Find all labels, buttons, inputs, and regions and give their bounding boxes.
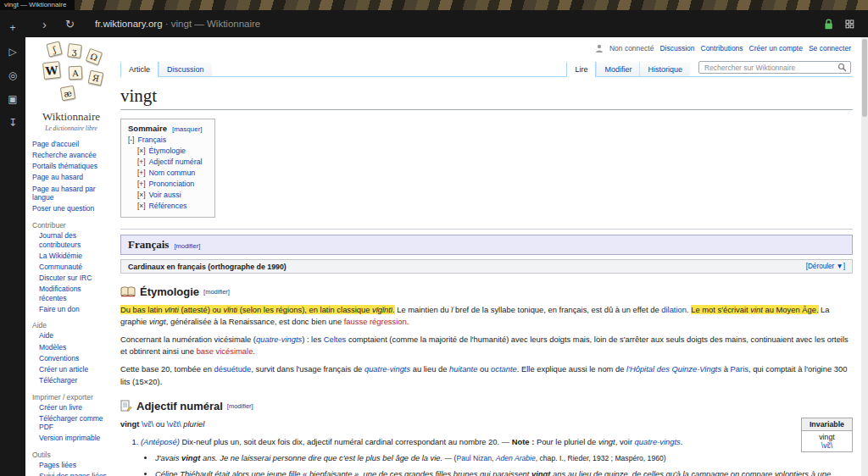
forward-icon[interactable]: › [42, 18, 47, 30]
inline-link[interactable]: quatre-vingts [635, 437, 681, 446]
sidebar-link[interactable]: Pages liées [39, 461, 110, 470]
inline-link[interactable]: dilation [661, 305, 687, 314]
toc-link-etymologie[interactable]: Étymologie [148, 147, 186, 155]
sidebar-link[interactable]: Page au hasard par langue [32, 185, 110, 202]
sidebar-link[interactable]: Version imprimable [39, 434, 110, 443]
text-segment: Cette base 20, tombée en [120, 364, 214, 374]
toc-link-references[interactable]: Références [148, 202, 186, 210]
toc-toggle-icon[interactable]: [+] [137, 169, 145, 177]
sidebar-link[interactable]: Page d'accueil [32, 140, 110, 149]
capture-icon[interactable]: ◎ [8, 69, 17, 81]
toc-hide-toggle[interactable]: [masquer] [172, 125, 203, 133]
sidebar-link[interactable]: Poser une question [32, 204, 110, 213]
url-bar[interactable]: fr.wiktionary.org · vingt — Wiktionnaire [95, 19, 260, 29]
section-title: Adjectif numéral [136, 400, 223, 412]
extensions-grid-icon[interactable] [845, 19, 854, 29]
inline-link[interactable]: Celtes [324, 335, 347, 344]
toc-toggle-icon[interactable]: [×] [137, 202, 145, 210]
lock-icon[interactable] [824, 19, 833, 30]
inline-link[interactable]: (Antéposé) [141, 437, 180, 446]
sidebar-heading: Aide [32, 321, 110, 329]
downloads-icon[interactable]: ↧ [8, 117, 17, 129]
inline-link[interactable]: fausse régression [344, 317, 407, 326]
personal-link-discussion[interactable]: Discussion [659, 44, 694, 53]
edit-section-link[interactable]: [modifier] [203, 288, 230, 296]
sidebar-link[interactable]: Créer un livre [39, 403, 110, 412]
search-box[interactable] [698, 61, 851, 74]
sidebar-link[interactable]: Créer un article [39, 365, 110, 374]
toc-link-nom-commun[interactable]: Nom commun [148, 169, 195, 177]
inline-link[interactable]: \vɛ̃\ [142, 419, 153, 429]
inline-link[interactable]: base vicésimale [197, 346, 253, 356]
wiktionary-logo[interactable]: ʃ ʒ Ω W A Я æ [41, 42, 112, 107]
toc-link-voir-aussi[interactable]: Voir aussi [148, 191, 181, 199]
tab-historique[interactable]: Historique [639, 62, 690, 76]
inline-link[interactable]: octante [491, 364, 517, 374]
text-segment: Pour le pluriel de [534, 437, 598, 446]
browser-tab[interactable]: vingt — Wiktionnaire [0, 0, 75, 10]
inline-link[interactable]: l'Hôpital des Quinze-Vingts [626, 364, 721, 374]
inline-link[interactable]: quatre-vingts [256, 335, 302, 344]
adjective-section: Invariable vingt \vɛ̃\ vingt \vɛ̃\ ou \v… [120, 419, 853, 476]
toc-toggle-icon[interactable]: [+] [137, 180, 145, 188]
sidebar-link[interactable]: Télécharger [39, 376, 110, 385]
personal-link-contributions[interactable]: Contributions [701, 44, 743, 53]
sidebar-link[interactable]: La Wikidémie [39, 252, 110, 261]
toc-link-adjectif-numeral[interactable]: Adjectif numéral [148, 158, 202, 166]
toc-toggle-icon[interactable]: [×] [137, 147, 145, 155]
sidebar-link[interactable]: Modèles [39, 343, 110, 352]
page-scrollbar[interactable] [861, 37, 868, 476]
tab-article[interactable]: Article [120, 62, 159, 77]
sidebar-link[interactable]: Modifications récentes [39, 285, 110, 302]
table-of-contents: Sommaire [masquer] [-] Français [×] Étym… [120, 119, 215, 218]
new-tab-icon[interactable]: + [9, 22, 15, 34]
text-segment: vīgĭntī [372, 305, 392, 314]
sidebar-link[interactable]: Recherche avancée [32, 151, 110, 160]
navbox-expand-toggle[interactable]: [Dérouler ▼] [806, 263, 845, 270]
sidebar-link[interactable]: Aide [39, 331, 110, 340]
toc-link-prononciation[interactable]: Prononciation [148, 180, 194, 188]
sidebar-link[interactable]: Communauté [39, 263, 110, 272]
search-input[interactable] [703, 63, 837, 73]
sidebar-group-aide: Aide AideModèlesConventionsCréer un arti… [32, 321, 110, 385]
sidebar-group-imprimer: Imprimer / exporter Créer un livreTéléch… [32, 393, 110, 444]
scrollbar-thumb[interactable] [862, 39, 867, 117]
search-icon[interactable] [837, 63, 847, 72]
inline-link[interactable]: \vɛ̃t\ [167, 419, 181, 429]
sidebar-link[interactable]: Portails thématiques [32, 162, 110, 171]
inline-link[interactable]: Paul Nizan [456, 454, 492, 462]
toc-link-francais[interactable]: Français [137, 136, 166, 144]
inline-link[interactable]: Paris [731, 364, 748, 374]
inflection-pronunciation-link[interactable]: \vɛ̃\ [810, 441, 844, 450]
tab-discussion[interactable]: Discussion [159, 62, 212, 76]
inline-link[interactable]: quatre-vingts [364, 364, 410, 374]
edit-section-link[interactable]: [modifier] [174, 242, 200, 250]
inline-link[interactable]: huitante [449, 364, 477, 374]
toc-toggle-icon[interactable]: [×] [137, 191, 145, 199]
sidebar-link[interactable]: Conventions [39, 354, 110, 363]
media-panel-icon[interactable]: ▣ [8, 93, 17, 105]
sidebar-link[interactable]: Télécharger comme PDF [39, 414, 110, 432]
personal-link-create-account[interactable]: Créer un compte [749, 44, 803, 53]
tab-modifier[interactable]: Modifier [596, 62, 639, 76]
sidebar-link[interactable]: Faire un don [39, 305, 110, 314]
inline-link[interactable]: Aden Arabie [496, 454, 536, 462]
sidebar-link[interactable]: Discuter sur IRC [39, 274, 110, 283]
logo-tile: Я [88, 70, 104, 86]
text-segment: vingt [598, 437, 615, 446]
edit-section-link[interactable]: [modifier] [227, 402, 253, 410]
personal-link-login[interactable]: Se connecter [809, 44, 851, 53]
etymology-paragraph: Cette base 20, tombée en désuétude, surv… [120, 363, 853, 387]
sidebar-link[interactable]: Journal des contributeurs [39, 231, 110, 249]
toc-toggle-icon[interactable]: [-] [128, 136, 134, 144]
inline-link[interactable]: désuétude [214, 364, 252, 374]
sidebar-link[interactable]: Suivi des pages liées [39, 472, 110, 476]
text-segment: vingt [181, 453, 200, 462]
tab-lire[interactable]: Lire [566, 62, 596, 77]
reload-icon[interactable]: ↻ [65, 19, 75, 30]
toc-toggle-icon[interactable]: [+] [137, 158, 145, 166]
text-segment: à [721, 364, 730, 374]
text-segment: ou [477, 364, 491, 374]
play-icon[interactable]: ▷ [8, 46, 16, 58]
sidebar-link[interactable]: Page au hasard [32, 173, 110, 182]
